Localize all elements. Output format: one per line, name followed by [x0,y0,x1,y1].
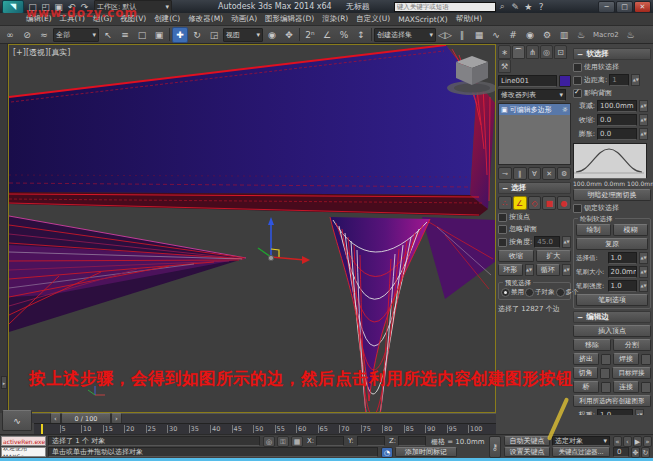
modifier-stack[interactable]: ▣ 可编辑多边形 ☼ [498,103,571,165]
current-frame-field[interactable]: 0 [613,447,629,457]
time-tag-icon[interactable]: ◔ [381,447,393,458]
tab-hierarchy-icon[interactable]: ⋔ [526,45,539,59]
menu-animation[interactable]: 动画(A) [227,14,261,24]
weld-settings-button[interactable] [641,354,651,365]
weight-field[interactable]: 1.0 [597,409,633,415]
by-angle-field[interactable]: 45.0 [534,236,560,248]
connect-settings-button[interactable] [641,382,651,393]
menu-graph-editors[interactable]: 图形编辑器(D) [261,14,318,24]
absolute-mode-icon[interactable]: ▦ [291,436,303,447]
preview-subobject-radio[interactable] [525,288,534,297]
select-and-rotate-icon[interactable]: ↻ [189,27,205,43]
subobject-polygon-icon[interactable]: ■ [542,196,556,210]
ring-spinner[interactable]: ▲▼ [525,264,534,276]
tab-motion-icon[interactable]: ◎ [540,45,553,59]
tab-modify-icon[interactable]: ⌒ [512,45,525,59]
window-crossing-icon[interactable]: ▣ [151,27,167,43]
brush-strength-field[interactable]: 1.0 [608,280,638,292]
preview-disable-radio[interactable] [501,288,510,297]
rollout-soft-selection-header[interactable]: −软选择 [573,48,651,60]
blur-button[interactable]: 模糊 [613,224,648,236]
rollout-selection-header[interactable]: −选择 [498,182,571,194]
tab-create-icon[interactable]: ∗ [498,45,511,59]
reference-coordinate-dropdown[interactable]: 视图▾ [223,28,263,42]
brush-size-spinner[interactable]: ▲▼ [639,266,648,278]
align-icon[interactable]: ∥ [454,27,470,43]
use-soft-selection-checkbox[interactable] [573,63,582,72]
key-filter-dropdown[interactable]: 选定对象▾ [552,436,610,446]
maximize-button[interactable]: □ [616,1,633,13]
affect-backfacing-checkbox[interactable] [573,89,582,98]
select-object-icon[interactable]: ↖ [100,27,116,43]
rectangular-selection-region-icon[interactable]: □ [134,27,150,43]
configure-modifier-sets-icon[interactable]: ⚙ [557,167,571,180]
set-key-button[interactable]: 设置关键点 [504,447,550,457]
brush-strength-spinner[interactable]: ▲▼ [639,280,648,292]
pin-stack-icon[interactable]: ⊸ [498,167,512,180]
rollout-edit-edges-header[interactable]: −编辑边 [573,311,651,323]
brush-options-button[interactable]: 笔刷选项 [576,294,648,306]
tab-display-icon[interactable]: ⊡ [554,45,567,59]
grow-button[interactable]: 扩大 [536,250,572,262]
menu-rendering[interactable]: 渲染(R) [318,14,352,24]
z-coord-field[interactable] [398,436,426,446]
tab-utilities-icon[interactable]: ⚒ [498,59,511,73]
extrude-button[interactable]: 挤出 [573,353,599,365]
viewport-label[interactable]: [+][透视][真实] [13,47,70,58]
falloff-spinner[interactable]: ▲▼ [639,100,648,112]
create-shape-from-selection-button[interactable]: 利用所选内容创建图形 [573,395,651,407]
by-vertex-checkbox[interactable] [498,213,507,222]
bubble-field[interactable]: 0.0 [597,128,637,140]
object-name-field[interactable]: Line001 [498,75,557,87]
edge-distance-field[interactable]: 1 [609,74,629,86]
go-to-start-icon[interactable]: « [613,436,622,447]
3dsmax-logo[interactable]: ◥ [2,0,24,14]
brush-size-field[interactable]: 20.0mm [608,266,638,278]
loop-button[interactable]: 循环 [536,264,561,276]
select-and-move-icon[interactable]: ✚ [172,27,188,43]
add-time-tag-button[interactable]: 添加时间标记 [395,447,457,457]
pinch-spinner[interactable]: ▲▼ [639,114,648,126]
x-coord-field[interactable] [316,436,344,446]
time-slider-track[interactable]: ‹ 0 / 100 › [8,413,496,423]
falloff-field[interactable]: 100.0mm [597,100,637,112]
insert-vertex-button[interactable]: 插入顶点 [573,325,651,337]
preview-multiple-radio[interactable] [556,288,565,297]
select-by-name-icon[interactable]: ≡ [117,27,133,43]
select-and-manipulate-icon[interactable]: ✥ [281,27,297,43]
set-key-big-key-icon[interactable]: ⚷ [489,436,501,458]
make-unique-icon[interactable]: ∀ [528,167,542,180]
selection-filter-dropdown[interactable]: 全部▾ [53,28,99,42]
minimize-button[interactable]: ─ [598,1,615,13]
by-angle-spinner[interactable]: ▲▼ [562,236,571,248]
viewport-tabs-arrow[interactable]: ▸ [1,376,7,389]
rendered-frame-window-icon[interactable]: ▥ [556,27,572,43]
schematic-view-icon[interactable]: # [505,27,521,43]
material-editor-icon[interactable]: ◉ [522,27,538,43]
pan-view-icon[interactable]: ✥ [631,447,640,458]
perspective-viewport[interactable]: [+][透视][真实] [8,44,496,413]
close-button[interactable]: ✕ [634,1,651,13]
orbit-view-icon[interactable]: ↻ [641,447,650,458]
use-pivot-center-icon[interactable]: ◉ [264,27,280,43]
search-input[interactable] [394,2,496,12]
lightbulb-icon[interactable]: ☼ [562,106,568,114]
go-to-end-icon[interactable]: » [643,436,652,447]
edge-distance-checkbox[interactable] [573,76,582,85]
open-mini-curve-editor-button[interactable]: ∿ [2,410,32,431]
named-selection-sets-dropdown[interactable]: 创建选择集▾ [374,28,436,42]
modifier-list-dropdown[interactable]: 修改器列表▾ [498,89,566,101]
split-button[interactable]: 分割 [613,339,651,351]
play-animation-icon[interactable]: ▶ [633,436,642,447]
selection-lock-icon[interactable]: ⚿ [277,436,289,447]
unlink-selection-icon[interactable]: ⊘ [19,27,35,43]
by-angle-checkbox[interactable] [498,238,507,247]
subobject-vertex-icon[interactable]: ∴ [498,196,512,210]
remove-modifier-icon[interactable]: ✕ [542,167,556,180]
isolate-selection-icon[interactable]: ◎ [263,436,275,447]
angle-snap-icon[interactable]: ∠ [319,27,335,43]
menu-customize[interactable]: 自定义(U) [352,14,394,24]
maxscript-listener-line1[interactable]: activeRen.exe [1,436,46,446]
shaded-face-toggle-button[interactable]: 明暗处理面切换 [573,189,651,201]
selection-value-spinner[interactable]: ▲▼ [639,252,648,264]
